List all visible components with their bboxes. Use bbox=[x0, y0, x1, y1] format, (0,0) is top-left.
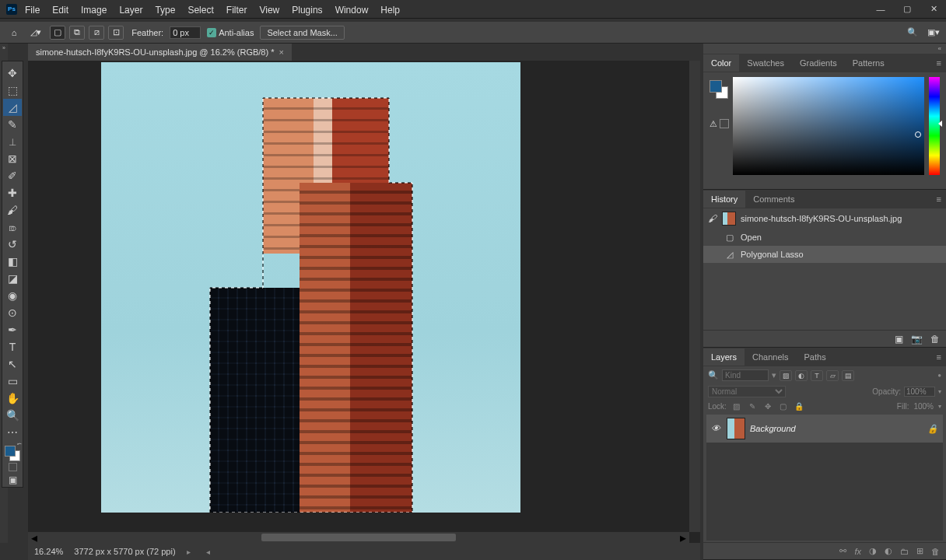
menu-view[interactable]: View bbox=[253, 2, 286, 18]
panel-menu-icon[interactable]: ≡ bbox=[932, 194, 946, 204]
lock-pixels-icon[interactable]: ▨ bbox=[731, 401, 742, 411]
filter-adjust-icon[interactable]: ◐ bbox=[795, 370, 808, 381]
create-document-icon[interactable]: ▣ bbox=[895, 334, 903, 345]
home-icon[interactable]: ⌂ bbox=[6, 26, 22, 40]
chevron-right-icon[interactable]: ▸ bbox=[680, 530, 686, 544]
tab-history[interactable]: History bbox=[703, 191, 745, 208]
lock-position-icon[interactable]: ✎ bbox=[747, 401, 758, 411]
menu-plugins[interactable]: Plugins bbox=[286, 2, 328, 18]
mask-icon[interactable]: ◑ bbox=[869, 546, 877, 556]
scrollbar-thumb[interactable] bbox=[261, 534, 456, 541]
lasso-tool[interactable]: ◿ bbox=[3, 99, 22, 116]
vertical-scrollbar[interactable] bbox=[689, 61, 700, 532]
selection-add-icon[interactable]: ⧉ bbox=[69, 26, 85, 40]
tab-color[interactable]: Color bbox=[703, 54, 739, 72]
select-and-mask-button[interactable]: Select and Mask... bbox=[260, 26, 345, 40]
fx-icon[interactable]: fx bbox=[854, 547, 861, 556]
document-canvas[interactable] bbox=[101, 62, 520, 513]
trash-icon[interactable]: 🗑 bbox=[931, 547, 940, 556]
menu-select[interactable]: Select bbox=[181, 2, 219, 18]
panel-menu-icon[interactable]: ≡ bbox=[932, 352, 946, 362]
eraser-tool[interactable]: ◧ bbox=[3, 253, 22, 270]
marquee-tool[interactable]: ⬚ bbox=[3, 82, 22, 99]
layer-name[interactable]: Background bbox=[750, 424, 796, 433]
trash-icon[interactable]: 🗑 bbox=[930, 334, 940, 345]
tab-close-icon[interactable]: × bbox=[279, 47, 283, 57]
quick-mask-toggle[interactable] bbox=[9, 463, 17, 471]
chevron-left-icon[interactable]: ◂ bbox=[206, 548, 210, 556]
snapshot-icon[interactable]: 📷 bbox=[911, 334, 923, 345]
history-brush-tool[interactable]: ↺ bbox=[3, 236, 22, 253]
tab-comments[interactable]: Comments bbox=[745, 191, 802, 208]
zoom-level[interactable]: 16.24% bbox=[34, 547, 63, 556]
document-tab[interactable]: simone-hutsch-I8fyK9RS-OU-unsplash.jpg @… bbox=[28, 44, 292, 61]
lock-move-icon[interactable]: ✥ bbox=[762, 401, 773, 411]
hand-tool[interactable]: ✋ bbox=[3, 390, 22, 407]
selection-intersect-icon[interactable]: ⊡ bbox=[108, 26, 124, 40]
search-icon[interactable]: 🔍 bbox=[907, 27, 918, 37]
menu-edit[interactable]: Edit bbox=[46, 2, 75, 18]
workspace-switcher-icon[interactable]: ▣▾ bbox=[927, 27, 940, 37]
tab-paths[interactable]: Paths bbox=[797, 348, 834, 366]
filter-shape-icon[interactable]: ▱ bbox=[826, 370, 839, 381]
menu-file[interactable]: File bbox=[19, 2, 46, 18]
path-select-tool[interactable]: ↖ bbox=[3, 355, 22, 373]
blend-mode-select[interactable]: Normal bbox=[708, 386, 786, 397]
adjustment-icon[interactable]: ◐ bbox=[885, 546, 892, 556]
tab-channels[interactable]: Channels bbox=[745, 348, 796, 366]
blur-tool[interactable]: ◉ bbox=[3, 287, 22, 304]
tab-gradients[interactable]: Gradients bbox=[792, 54, 845, 72]
tab-layers[interactable]: Layers bbox=[703, 348, 745, 366]
horizontal-scrollbar[interactable]: ◂ ▸ bbox=[28, 532, 689, 543]
brush-tool[interactable]: 🖌 bbox=[3, 201, 22, 219]
hue-slider[interactable] bbox=[929, 77, 940, 175]
group-icon[interactable]: 🗀 bbox=[900, 547, 909, 556]
shape-tool[interactable]: ▭ bbox=[3, 373, 22, 390]
chevron-left-icon[interactable]: ◂ bbox=[31, 530, 37, 544]
type-tool[interactable]: T bbox=[3, 338, 22, 355]
zoom-tool[interactable]: 🔍 bbox=[3, 407, 22, 424]
opacity-input[interactable]: 100% bbox=[904, 387, 935, 397]
menu-image[interactable]: Image bbox=[75, 2, 113, 18]
menu-layer[interactable]: Layer bbox=[113, 2, 149, 18]
filter-type-icon[interactable]: T bbox=[811, 370, 823, 381]
tab-patterns[interactable]: Patterns bbox=[845, 54, 892, 72]
history-item[interactable]: ▢Open bbox=[703, 229, 946, 246]
menu-type[interactable]: Type bbox=[149, 2, 181, 18]
move-tool[interactable]: ✥ bbox=[3, 65, 22, 82]
lock-artboard-icon[interactable]: ▢ bbox=[778, 401, 789, 411]
color-field[interactable] bbox=[733, 77, 924, 175]
menu-filter[interactable]: Filter bbox=[220, 2, 254, 18]
layers-filter-input[interactable] bbox=[722, 369, 769, 381]
selection-subtract-icon[interactable]: ⧄ bbox=[89, 26, 104, 40]
filter-pixel-icon[interactable]: ▨ bbox=[780, 370, 792, 381]
fill-input[interactable]: 100% bbox=[913, 402, 934, 411]
feather-input[interactable] bbox=[170, 26, 201, 39]
link-layers-icon[interactable]: ⚯ bbox=[839, 546, 846, 556]
panel-menu-icon[interactable]: ≡ bbox=[932, 58, 946, 68]
foreground-background-swatch[interactable]: ⤺ bbox=[3, 443, 22, 461]
swap-colors-icon[interactable]: ⤺ bbox=[17, 441, 22, 447]
color-fgbg-well[interactable] bbox=[710, 77, 728, 184]
new-layer-icon[interactable]: ⊞ bbox=[916, 546, 923, 556]
maximize-button[interactable]: ▢ bbox=[901, 3, 913, 16]
collapse-panels-icon[interactable]: « bbox=[703, 44, 946, 54]
chevron-right-icon[interactable]: ▸ bbox=[187, 548, 191, 556]
lock-all-icon[interactable]: 🔒 bbox=[794, 401, 804, 411]
menu-window[interactable]: Window bbox=[329, 2, 375, 18]
fg-color-well[interactable] bbox=[710, 80, 722, 93]
anti-alias-checkbox[interactable]: ✓ Anti-alias bbox=[207, 28, 254, 37]
frame-tool[interactable]: ⊠ bbox=[3, 150, 22, 167]
more-tools[interactable]: ⋯ bbox=[3, 424, 22, 441]
history-item[interactable]: ◿Polygonal Lasso bbox=[703, 246, 946, 263]
clone-stamp-tool[interactable]: ⎄ bbox=[3, 219, 22, 236]
layer-row[interactable]: 👁 Background 🔒 bbox=[706, 415, 943, 443]
eyedropper-tool[interactable]: ✐ bbox=[3, 167, 22, 184]
gradient-tool[interactable]: ◪ bbox=[3, 270, 22, 287]
quick-select-tool[interactable]: ✎ bbox=[3, 116, 22, 133]
selection-new-icon[interactable]: ▢ bbox=[50, 26, 65, 40]
filter-toggle[interactable]: ● bbox=[937, 372, 941, 379]
healing-brush-tool[interactable]: ✚ bbox=[3, 184, 22, 201]
gamut-warning[interactable]: ⚠ bbox=[710, 119, 729, 129]
visibility-toggle-icon[interactable]: 👁 bbox=[711, 423, 722, 434]
